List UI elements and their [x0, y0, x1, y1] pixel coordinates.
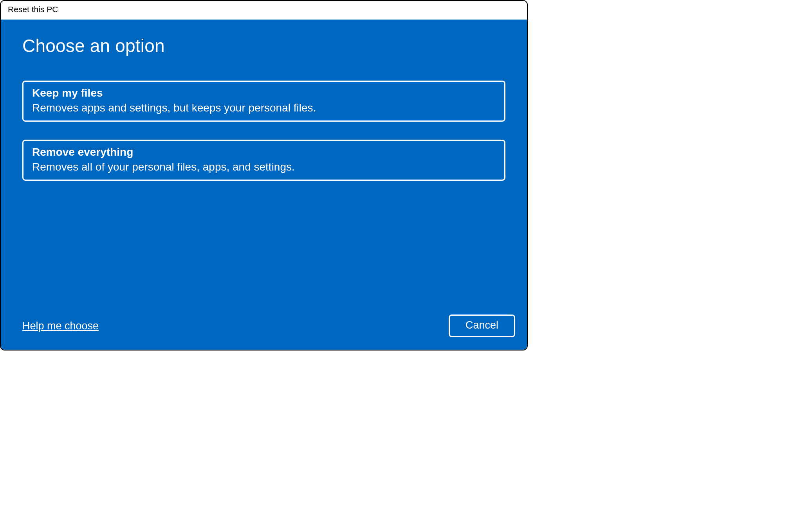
option-description: Removes apps and settings, but keeps you… — [32, 102, 496, 114]
title-bar: Reset this PC — [1, 1, 527, 20]
dialog-footer: Help me choose Cancel — [22, 315, 515, 337]
option-title: Remove everything — [32, 146, 496, 158]
page-heading: Choose an option — [22, 35, 505, 56]
help-me-choose-link[interactable]: Help me choose — [22, 320, 99, 332]
window-title: Reset this PC — [8, 5, 58, 14]
option-title: Keep my files — [32, 87, 496, 99]
cancel-button[interactable]: Cancel — [449, 315, 515, 337]
option-remove-everything[interactable]: Remove everything Removes all of your pe… — [22, 140, 505, 181]
dialog-content: Choose an option Keep my files Removes a… — [1, 20, 527, 350]
options-list: Keep my files Removes apps and settings,… — [22, 81, 505, 181]
option-keep-my-files[interactable]: Keep my files Removes apps and settings,… — [22, 81, 505, 122]
option-description: Removes all of your personal files, apps… — [32, 161, 496, 173]
